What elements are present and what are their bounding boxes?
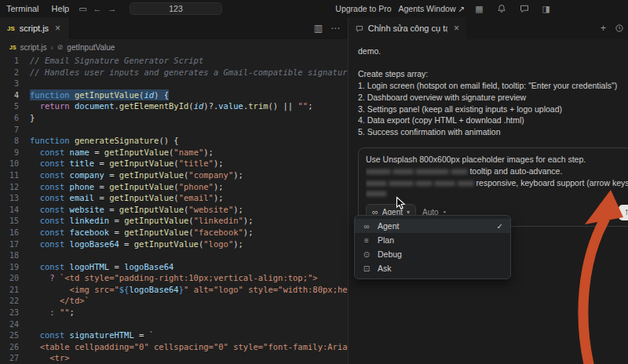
chat-step-item: 1. Login screen (hotspot on email field,… <box>358 80 628 92</box>
grid-icon[interactable]: ▦ <box>472 4 486 14</box>
code-line[interactable]: 22 </td>` <box>0 295 348 307</box>
code-line[interactable]: 9 const name = getInputValue("name"); <box>0 147 348 158</box>
line-number: 2 <box>0 67 30 79</box>
chat-icon[interactable] <box>517 4 532 13</box>
code-line[interactable]: 12 const phone = getInputValue("phone"); <box>0 181 348 193</box>
dropdown-item-agent[interactable]: ∞Agent✓ <box>355 219 510 233</box>
chat-header-actions: + ⋯ <box>601 23 628 34</box>
forward-icon[interactable]: → <box>105 4 120 13</box>
code-line[interactable]: 15 const linkedin = getInputValue("linke… <box>0 215 348 227</box>
line-number: 19 <box>0 262 30 274</box>
line-number: 25 <box>0 330 30 342</box>
breadcrumb[interactable]: JS script.js › ⊘ getInputValue <box>0 39 348 55</box>
code-line[interactable]: 17 const logoBase64 = getInputValue("log… <box>0 238 348 250</box>
back-icon[interactable]: ← <box>90 4 105 13</box>
agents-window-link[interactable]: Agents Window ↗ <box>399 4 466 13</box>
code-line[interactable]: 26 <table cellpadding="0" cellspacing="0… <box>0 341 348 353</box>
javascript-icon: JS <box>7 25 15 32</box>
code-line[interactable]: 23 : ""; <box>0 307 348 318</box>
editor-actions: ▥ ⋯ <box>314 17 348 39</box>
dropdown-item-plan[interactable]: ≡Plan <box>355 233 510 247</box>
command-center[interactable]: 123 <box>130 2 222 15</box>
history-icon[interactable] <box>615 24 624 33</box>
code-line[interactable]: 24 <box>0 318 348 330</box>
chat-bubble-icon <box>356 24 363 33</box>
code-lines: 1// Email Signature Generator Script2// … <box>0 55 348 364</box>
code-line[interactable]: 21 <img src="${logoBase64}" alt="logo" s… <box>0 284 348 296</box>
code-line[interactable]: 1// Email Signature Generator Script <box>0 55 348 67</box>
line-number: 5 <box>0 101 30 113</box>
symbol-icon: ⊘ <box>57 43 64 51</box>
input-text-line: xxxxxx xxxxx xxxxxxxx xxxx tooltip and a… <box>366 166 628 177</box>
code-line[interactable]: 18 <box>0 249 348 261</box>
code-line[interactable]: 11 const company = getInputValue("compan… <box>0 169 348 181</box>
code-line[interactable]: 16 const facebook = getInputValue("faceb… <box>0 227 348 238</box>
code-line[interactable]: 7 <box>0 124 348 136</box>
close-tab-icon[interactable]: × <box>55 23 60 34</box>
chat-step-item: 2. Dashboard overview with signature pre… <box>358 92 628 104</box>
dropdown-item-debug[interactable]: ⊙Debug <box>355 247 510 261</box>
plan-icon: ≡ <box>362 236 371 245</box>
code-line[interactable]: 27 <tr> <box>0 352 348 364</box>
line-number: 12 <box>0 182 30 194</box>
chat-step-item: 4. Data export (copy HTML + download .ht… <box>358 115 628 126</box>
editor-more-icon[interactable]: ⋯ <box>330 23 340 34</box>
dropdown-item-ask[interactable]: ⊡Ask <box>355 261 510 275</box>
line-number: 26 <box>0 342 30 354</box>
dropdown-item-label: Plan <box>378 235 394 245</box>
code-line[interactable]: 20 ? `<td style="padding-right:10px;vert… <box>0 272 348 284</box>
tab-scriptjs[interactable]: JS script.js × <box>0 17 68 39</box>
attach-image-icon[interactable] <box>601 208 612 217</box>
close-chat-tab-icon[interactable]: × <box>454 23 459 34</box>
line-number: 10 <box>0 158 30 170</box>
monitor-icon[interactable]: ▭ <box>75 4 89 14</box>
chat-tab[interactable]: Chỉnh sửa công cụ tạ... × <box>349 17 466 39</box>
mode-dropdown: ∞Agent✓≡Plan⊙Debug⊡Ask <box>354 215 511 279</box>
split-editor-icon[interactable]: ▥ <box>314 23 323 34</box>
breadcrumb-file[interactable]: script.js <box>20 43 47 52</box>
titlebar-right: Upgrade to Pro Agents Window ↗ ▦ ◨ <box>335 4 628 14</box>
send-button[interactable]: ↑ <box>619 205 628 220</box>
bell-icon[interactable] <box>494 4 509 13</box>
check-icon: ✓ <box>497 222 503 231</box>
panel-layout-icon[interactable]: ◨ <box>539 4 553 14</box>
code-line[interactable]: 3 <box>0 78 348 89</box>
code-line[interactable]: 25 const signatureHTML = ` <box>0 329 348 341</box>
code-line[interactable]: 5 return document.getElementById(id)?.va… <box>0 100 348 112</box>
ask-icon: ⊡ <box>362 264 371 273</box>
dropdown-item-label: Ask <box>378 264 392 273</box>
upgrade-to-pro-link[interactable]: Upgrade to Pro <box>335 4 391 13</box>
chat-tab-title: Chỉnh sửa công cụ tạ... <box>368 24 447 33</box>
titlebar: Terminal Help ▭ ← → 123 Upgrade to Pro A… <box>0 0 628 17</box>
code-line[interactable]: 13 const email = getInputValue("email"); <box>0 192 348 204</box>
chat-steps: 1. Login screen (hotspot on email field,… <box>358 80 628 138</box>
dropdown-item-label: Agent <box>378 221 399 231</box>
line-number: 11 <box>0 170 30 182</box>
javascript-icon: JS <box>9 45 16 50</box>
line-number: 1 <box>0 56 30 67</box>
line-number: 24 <box>0 319 30 331</box>
code-line[interactable]: 6} <box>0 112 348 124</box>
menu-help[interactable]: Help <box>46 4 76 13</box>
line-number: 13 <box>0 193 30 205</box>
breadcrumb-symbol[interactable]: getInputValue <box>67 43 115 52</box>
code-line[interactable]: 14 const website = getInputValue("websit… <box>0 204 348 216</box>
code-line[interactable]: 4function getInputValue(id) { <box>0 89 348 101</box>
input-text-line: xxxxx xxxxxx xxxx xxxxx xxxx responsive,… <box>366 177 628 189</box>
code-line[interactable]: 10 const title = getInputValue("title"); <box>0 158 348 169</box>
code-line[interactable]: 8function generateSignature() { <box>0 135 348 147</box>
chevron-right-icon: › <box>50 43 53 52</box>
line-number: 27 <box>0 353 30 364</box>
chat-step-item: 3. Settings panel (keep all existing inp… <box>358 104 628 115</box>
menu-terminal[interactable]: Terminal <box>0 4 46 13</box>
line-number: 3 <box>0 78 30 90</box>
main-area: JS script.js × ▥ ⋯ JS script.js › ⊘ getI… <box>0 17 628 364</box>
line-number: 23 <box>0 308 30 319</box>
code-editor[interactable]: 1// Email Signature Generator Script2// … <box>0 55 348 364</box>
code-line[interactable]: 2// Handles user inputs and generates a … <box>0 67 348 78</box>
line-number: 4 <box>0 90 30 102</box>
chat-tabbar: Chỉnh sửa công cụ tạ... × + ⋯ <box>349 17 628 39</box>
new-chat-icon[interactable]: + <box>601 23 606 34</box>
line-number: 21 <box>0 285 30 297</box>
code-line[interactable]: 19 const logoHTML = logoBase64 <box>0 261 348 273</box>
